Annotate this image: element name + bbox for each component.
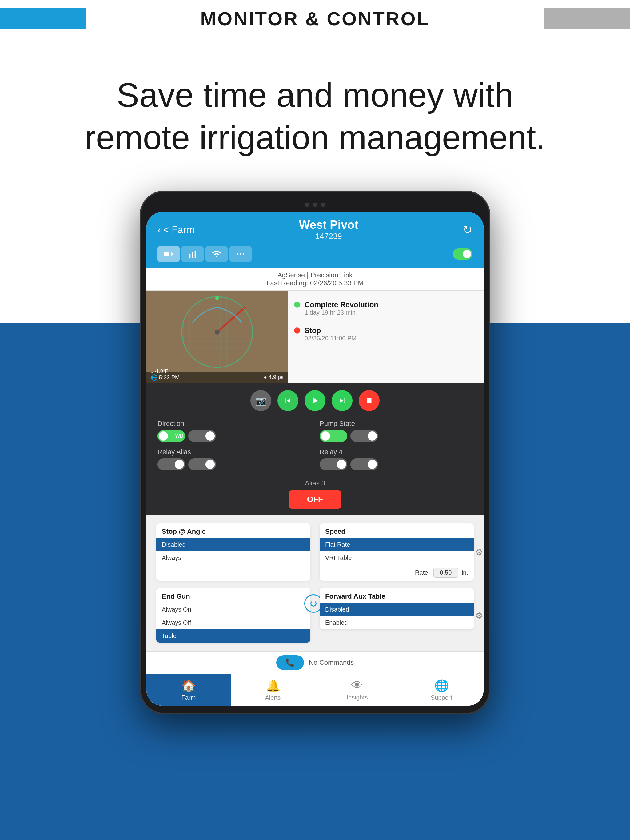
svg-point-8: [243, 253, 244, 254]
speed-flat-rate[interactable]: Flat Rate: [320, 538, 474, 551]
insights-label: Insights: [347, 694, 368, 701]
stop-angle-always[interactable]: Always: [156, 551, 310, 565]
pump-toggle-off[interactable]: [350, 430, 378, 442]
alias3-off-button[interactable]: OFF: [288, 490, 342, 508]
rate-input[interactable]: 0.50: [434, 568, 458, 578]
end-gun-always-on[interactable]: Always On: [156, 603, 310, 616]
map-time: 🌐 5:33 PM: [151, 374, 180, 381]
stop-angle-disabled[interactable]: Disabled: [156, 538, 310, 551]
pivot-status-list: Complete Revolution 1 day 19 hr 23 min S…: [288, 291, 484, 383]
bottom-nav-farm[interactable]: 🏠 Farm: [146, 674, 231, 706]
tablet-screen: ‹ < Farm West Pivot 147239 ↻: [146, 212, 484, 706]
refresh-button[interactable]: ↻: [463, 223, 473, 237]
rate-label: Rate:: [415, 569, 430, 576]
status-item-1: Complete Revolution 1 day 19 hr 23 min: [294, 295, 477, 321]
settings-section: Stop @ Angle Disabled Always Speed Flat …: [146, 515, 484, 651]
pump-knob: [321, 431, 330, 441]
end-gun-always-off[interactable]: Always Off: [156, 616, 310, 629]
home-icon: 🏠: [182, 679, 196, 692]
tab-more[interactable]: [230, 246, 252, 262]
ctrl-play-btn[interactable]: [304, 390, 326, 411]
relay4-toggle-2[interactable]: [350, 458, 378, 470]
controls-grid: Direction FWD Pump: [157, 420, 473, 470]
support-label: Support: [431, 694, 452, 701]
relay-alias-label: Relay Alias: [157, 448, 310, 456]
header-title: MONITOR & CONTROL: [200, 8, 429, 29]
nav-back-button[interactable]: ‹ < Farm: [157, 224, 195, 235]
tab-icon-group: [157, 246, 252, 262]
tab-signal[interactable]: [206, 246, 228, 262]
phone-icon: 📞: [285, 658, 295, 667]
svg-rect-2: [165, 253, 169, 256]
forward-aux-enabled[interactable]: Enabled: [320, 616, 474, 629]
relay4-toggle-1[interactable]: [320, 458, 347, 470]
forward-aux-header: Forward Aux Table: [320, 588, 474, 603]
tab-chart[interactable]: [182, 246, 204, 262]
agsense-bar: AgSense | Precision Link Last Reading: 0…: [146, 268, 484, 291]
ctrl-rewind-btn[interactable]: [277, 390, 298, 411]
direction-toggle-off[interactable]: [188, 430, 216, 442]
relay4-control: Relay 4: [320, 448, 473, 470]
relay-alias-knob-1: [175, 459, 184, 469]
map-temp: ↓ -1.0°F: [151, 369, 168, 374]
command-bar: 📞 No Commands: [146, 651, 484, 674]
relay-alias-toggle-2[interactable]: [188, 458, 216, 470]
svg-point-11: [215, 330, 220, 335]
tab-battery[interactable]: [157, 246, 180, 262]
main-toggle[interactable]: [453, 248, 473, 259]
pivot-name: West Pivot: [299, 218, 359, 232]
speed-gear-icon[interactable]: ⚙: [475, 547, 483, 557]
alerts-label: Alerts: [265, 694, 280, 701]
speed-rate-row: Rate: 0.50 in.: [320, 565, 474, 581]
hero-heading: Save time and money with remote irrigati…: [31, 74, 599, 158]
command-status: No Commands: [309, 658, 354, 666]
relay4-knob-2: [367, 459, 377, 469]
ctrl-stop-btn[interactable]: [359, 390, 380, 411]
control-buttons-row: 📷: [157, 390, 473, 411]
end-gun-table[interactable]: Table: [156, 629, 310, 643]
forward-aux-gear-icon[interactable]: ⚙: [475, 610, 483, 621]
status-item-2: Stop 02/26/20 11:00 PM: [294, 321, 477, 347]
relay-alias-toggle-1[interactable]: [157, 458, 185, 470]
status-text-1: Complete Revolution 1 day 19 hr 23 min: [304, 300, 378, 316]
alias3-section: Alias 3 OFF: [146, 479, 484, 515]
camera-dot-2: [313, 203, 317, 207]
stop-angle-card: Stop @ Angle Disabled Always: [156, 523, 310, 581]
svg-rect-4: [192, 252, 193, 257]
nav-back-label: < Farm: [163, 224, 195, 235]
map-pressure: ● 4.9 ps: [264, 374, 283, 381]
bottom-nav-support[interactable]: 🌐 Support: [399, 674, 484, 706]
ctrl-camera-btn[interactable]: 📷: [250, 390, 271, 411]
tablet-device: ‹ < Farm West Pivot 147239 ↻: [140, 191, 490, 714]
status-dot-green: [294, 302, 300, 308]
pump-state-label: Pump State: [320, 420, 473, 428]
direction-control: Direction FWD: [157, 420, 310, 442]
pivot-map: 🌐 5:33 PM ● 4.9 ps ↓ -1.0°F: [146, 291, 288, 383]
tablet-camera-bar: [146, 199, 484, 210]
bottom-nav-alerts[interactable]: 🔔 Alerts: [231, 674, 315, 706]
ctrl-forward-btn[interactable]: [332, 390, 353, 411]
forward-aux-disabled[interactable]: Disabled: [320, 603, 474, 616]
pivot-circle: [177, 292, 257, 373]
relay4-label: Relay 4: [320, 448, 473, 456]
header: MONITOR & CONTROL: [0, 0, 630, 37]
speed-header: Speed: [320, 523, 474, 538]
bottom-nav-insights[interactable]: 👁 Insights: [315, 674, 399, 706]
globe-icon: 🌐: [434, 679, 449, 692]
settings-grid: Stop @ Angle Disabled Always Speed Flat …: [156, 523, 474, 643]
svg-point-13: [215, 297, 219, 300]
rate-unit: in.: [462, 569, 468, 576]
nav-title-area: West Pivot 147239: [299, 218, 359, 241]
camera-dot-1: [305, 203, 309, 207]
tablet-frame: ‹ < Farm West Pivot 147239 ↻: [140, 191, 490, 714]
end-gun-card: End Gun Always On Always Off Table: [156, 588, 310, 643]
svg-point-6: [237, 253, 238, 254]
direction-toggle[interactable]: FWD: [157, 430, 185, 442]
forward-aux-wrapper: Forward Aux Table Disabled Enabled ⚙: [320, 588, 474, 643]
command-button[interactable]: 📞: [276, 655, 304, 670]
forward-aux-card: Forward Aux Table Disabled Enabled: [320, 588, 474, 629]
pump-toggle[interactable]: [320, 430, 347, 442]
speed-vri-table[interactable]: VRI Table: [320, 551, 474, 565]
svg-rect-5: [195, 251, 196, 257]
direction-knob: [159, 431, 168, 441]
